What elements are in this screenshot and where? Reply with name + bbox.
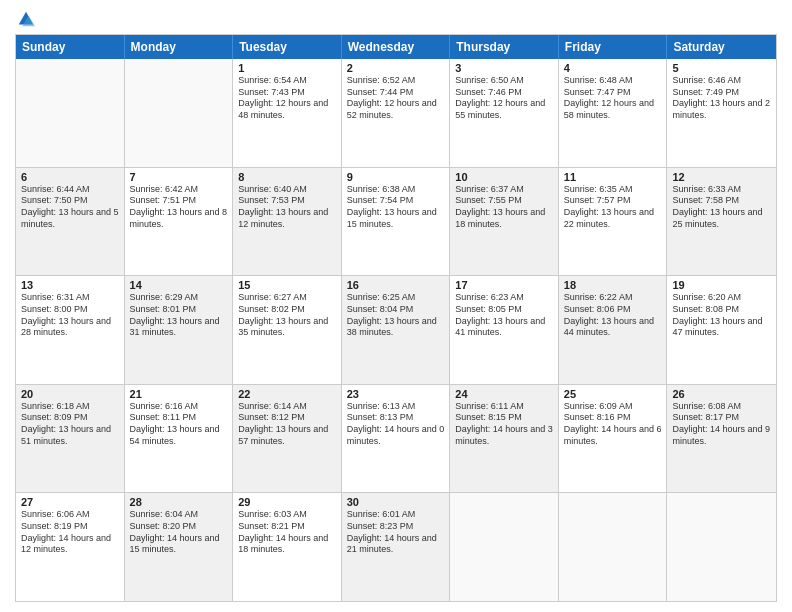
cell-info: Sunrise: 6:22 AM Sunset: 8:06 PM Dayligh… bbox=[564, 292, 662, 339]
cal-cell: 22Sunrise: 6:14 AM Sunset: 8:12 PM Dayli… bbox=[233, 385, 342, 493]
cal-cell: 3Sunrise: 6:50 AM Sunset: 7:46 PM Daylig… bbox=[450, 59, 559, 167]
cell-info: Sunrise: 6:54 AM Sunset: 7:43 PM Dayligh… bbox=[238, 75, 336, 122]
day-number: 4 bbox=[564, 62, 662, 74]
cal-cell: 7Sunrise: 6:42 AM Sunset: 7:51 PM Daylig… bbox=[125, 168, 234, 276]
cell-info: Sunrise: 6:35 AM Sunset: 7:57 PM Dayligh… bbox=[564, 184, 662, 231]
cal-cell: 1Sunrise: 6:54 AM Sunset: 7:43 PM Daylig… bbox=[233, 59, 342, 167]
cal-cell bbox=[559, 493, 668, 601]
logo bbox=[15, 10, 35, 28]
cell-info: Sunrise: 6:16 AM Sunset: 8:11 PM Dayligh… bbox=[130, 401, 228, 448]
week-row-2: 6Sunrise: 6:44 AM Sunset: 7:50 PM Daylig… bbox=[16, 168, 776, 277]
cell-info: Sunrise: 6:11 AM Sunset: 8:15 PM Dayligh… bbox=[455, 401, 553, 448]
cal-cell: 26Sunrise: 6:08 AM Sunset: 8:17 PM Dayli… bbox=[667, 385, 776, 493]
cal-cell: 16Sunrise: 6:25 AM Sunset: 8:04 PM Dayli… bbox=[342, 276, 451, 384]
cell-info: Sunrise: 6:46 AM Sunset: 7:49 PM Dayligh… bbox=[672, 75, 771, 122]
header bbox=[15, 10, 777, 28]
cal-cell: 17Sunrise: 6:23 AM Sunset: 8:05 PM Dayli… bbox=[450, 276, 559, 384]
day-header-sunday: Sunday bbox=[16, 35, 125, 59]
day-number: 24 bbox=[455, 388, 553, 400]
cal-cell: 28Sunrise: 6:04 AM Sunset: 8:20 PM Dayli… bbox=[125, 493, 234, 601]
day-number: 27 bbox=[21, 496, 119, 508]
day-number: 7 bbox=[130, 171, 228, 183]
cal-cell: 30Sunrise: 6:01 AM Sunset: 8:23 PM Dayli… bbox=[342, 493, 451, 601]
day-number: 21 bbox=[130, 388, 228, 400]
cell-info: Sunrise: 6:18 AM Sunset: 8:09 PM Dayligh… bbox=[21, 401, 119, 448]
day-number: 30 bbox=[347, 496, 445, 508]
cal-cell: 13Sunrise: 6:31 AM Sunset: 8:00 PM Dayli… bbox=[16, 276, 125, 384]
day-header-thursday: Thursday bbox=[450, 35, 559, 59]
cal-cell bbox=[16, 59, 125, 167]
cell-info: Sunrise: 6:33 AM Sunset: 7:58 PM Dayligh… bbox=[672, 184, 771, 231]
day-number: 9 bbox=[347, 171, 445, 183]
day-number: 18 bbox=[564, 279, 662, 291]
cell-info: Sunrise: 6:23 AM Sunset: 8:05 PM Dayligh… bbox=[455, 292, 553, 339]
day-number: 13 bbox=[21, 279, 119, 291]
day-number: 1 bbox=[238, 62, 336, 74]
day-number: 29 bbox=[238, 496, 336, 508]
cal-cell: 8Sunrise: 6:40 AM Sunset: 7:53 PM Daylig… bbox=[233, 168, 342, 276]
cal-cell: 20Sunrise: 6:18 AM Sunset: 8:09 PM Dayli… bbox=[16, 385, 125, 493]
day-number: 5 bbox=[672, 62, 771, 74]
day-number: 28 bbox=[130, 496, 228, 508]
day-number: 26 bbox=[672, 388, 771, 400]
calendar: SundayMondayTuesdayWednesdayThursdayFrid… bbox=[15, 34, 777, 602]
day-header-tuesday: Tuesday bbox=[233, 35, 342, 59]
calendar-body: 1Sunrise: 6:54 AM Sunset: 7:43 PM Daylig… bbox=[16, 59, 776, 601]
cell-info: Sunrise: 6:27 AM Sunset: 8:02 PM Dayligh… bbox=[238, 292, 336, 339]
cal-cell: 24Sunrise: 6:11 AM Sunset: 8:15 PM Dayli… bbox=[450, 385, 559, 493]
logo-icon bbox=[17, 10, 35, 28]
cal-cell: 12Sunrise: 6:33 AM Sunset: 7:58 PM Dayli… bbox=[667, 168, 776, 276]
day-number: 12 bbox=[672, 171, 771, 183]
cal-cell: 27Sunrise: 6:06 AM Sunset: 8:19 PM Dayli… bbox=[16, 493, 125, 601]
day-number: 20 bbox=[21, 388, 119, 400]
day-number: 16 bbox=[347, 279, 445, 291]
cal-cell: 4Sunrise: 6:48 AM Sunset: 7:47 PM Daylig… bbox=[559, 59, 668, 167]
day-header-friday: Friday bbox=[559, 35, 668, 59]
cell-info: Sunrise: 6:38 AM Sunset: 7:54 PM Dayligh… bbox=[347, 184, 445, 231]
day-number: 23 bbox=[347, 388, 445, 400]
cell-info: Sunrise: 6:25 AM Sunset: 8:04 PM Dayligh… bbox=[347, 292, 445, 339]
cal-cell: 6Sunrise: 6:44 AM Sunset: 7:50 PM Daylig… bbox=[16, 168, 125, 276]
cell-info: Sunrise: 6:31 AM Sunset: 8:00 PM Dayligh… bbox=[21, 292, 119, 339]
week-row-3: 13Sunrise: 6:31 AM Sunset: 8:00 PM Dayli… bbox=[16, 276, 776, 385]
cell-info: Sunrise: 6:37 AM Sunset: 7:55 PM Dayligh… bbox=[455, 184, 553, 231]
day-number: 25 bbox=[564, 388, 662, 400]
day-number: 22 bbox=[238, 388, 336, 400]
day-number: 17 bbox=[455, 279, 553, 291]
cell-info: Sunrise: 6:40 AM Sunset: 7:53 PM Dayligh… bbox=[238, 184, 336, 231]
calendar-header: SundayMondayTuesdayWednesdayThursdayFrid… bbox=[16, 35, 776, 59]
cal-cell: 29Sunrise: 6:03 AM Sunset: 8:21 PM Dayli… bbox=[233, 493, 342, 601]
week-row-4: 20Sunrise: 6:18 AM Sunset: 8:09 PM Dayli… bbox=[16, 385, 776, 494]
day-header-wednesday: Wednesday bbox=[342, 35, 451, 59]
day-number: 8 bbox=[238, 171, 336, 183]
day-header-monday: Monday bbox=[125, 35, 234, 59]
cell-info: Sunrise: 6:14 AM Sunset: 8:12 PM Dayligh… bbox=[238, 401, 336, 448]
cal-cell: 10Sunrise: 6:37 AM Sunset: 7:55 PM Dayli… bbox=[450, 168, 559, 276]
cal-cell bbox=[667, 493, 776, 601]
cal-cell: 11Sunrise: 6:35 AM Sunset: 7:57 PM Dayli… bbox=[559, 168, 668, 276]
day-number: 19 bbox=[672, 279, 771, 291]
cal-cell: 14Sunrise: 6:29 AM Sunset: 8:01 PM Dayli… bbox=[125, 276, 234, 384]
cell-info: Sunrise: 6:20 AM Sunset: 8:08 PM Dayligh… bbox=[672, 292, 771, 339]
cell-info: Sunrise: 6:44 AM Sunset: 7:50 PM Dayligh… bbox=[21, 184, 119, 231]
cal-cell bbox=[450, 493, 559, 601]
cell-info: Sunrise: 6:52 AM Sunset: 7:44 PM Dayligh… bbox=[347, 75, 445, 122]
cal-cell: 2Sunrise: 6:52 AM Sunset: 7:44 PM Daylig… bbox=[342, 59, 451, 167]
day-header-saturday: Saturday bbox=[667, 35, 776, 59]
day-number: 10 bbox=[455, 171, 553, 183]
day-number: 11 bbox=[564, 171, 662, 183]
cal-cell: 21Sunrise: 6:16 AM Sunset: 8:11 PM Dayli… bbox=[125, 385, 234, 493]
day-number: 14 bbox=[130, 279, 228, 291]
cell-info: Sunrise: 6:29 AM Sunset: 8:01 PM Dayligh… bbox=[130, 292, 228, 339]
cal-cell: 18Sunrise: 6:22 AM Sunset: 8:06 PM Dayli… bbox=[559, 276, 668, 384]
week-row-5: 27Sunrise: 6:06 AM Sunset: 8:19 PM Dayli… bbox=[16, 493, 776, 601]
cell-info: Sunrise: 6:42 AM Sunset: 7:51 PM Dayligh… bbox=[130, 184, 228, 231]
cal-cell: 15Sunrise: 6:27 AM Sunset: 8:02 PM Dayli… bbox=[233, 276, 342, 384]
cal-cell: 19Sunrise: 6:20 AM Sunset: 8:08 PM Dayli… bbox=[667, 276, 776, 384]
cell-info: Sunrise: 6:48 AM Sunset: 7:47 PM Dayligh… bbox=[564, 75, 662, 122]
cell-info: Sunrise: 6:06 AM Sunset: 8:19 PM Dayligh… bbox=[21, 509, 119, 556]
cal-cell: 23Sunrise: 6:13 AM Sunset: 8:13 PM Dayli… bbox=[342, 385, 451, 493]
cal-cell: 25Sunrise: 6:09 AM Sunset: 8:16 PM Dayli… bbox=[559, 385, 668, 493]
day-number: 2 bbox=[347, 62, 445, 74]
cell-info: Sunrise: 6:04 AM Sunset: 8:20 PM Dayligh… bbox=[130, 509, 228, 556]
